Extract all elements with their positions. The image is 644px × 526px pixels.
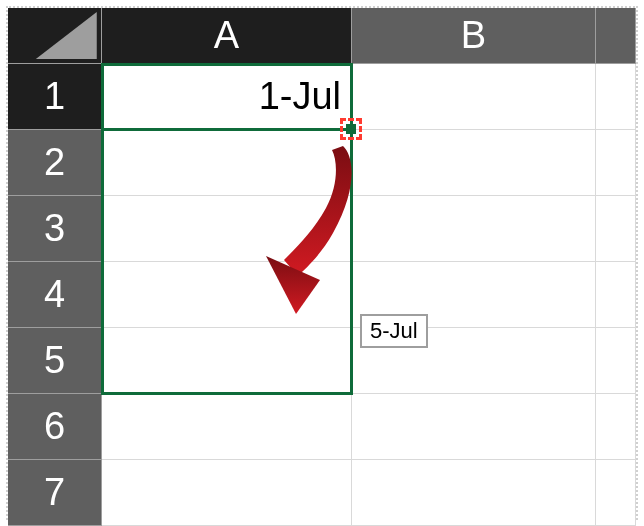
grid-row (102, 328, 636, 394)
cell-A7[interactable] (102, 460, 352, 526)
row-header-1[interactable]: 1 (8, 64, 102, 130)
cell-B1[interactable] (352, 64, 596, 130)
spreadsheet-viewport: A B 1 2 3 4 5 6 7 1-Jul (6, 6, 638, 520)
cell-C1[interactable] (596, 64, 636, 130)
row-header-label: 6 (44, 405, 65, 448)
column-header-B[interactable]: B (352, 8, 596, 64)
column-header-A[interactable]: A (102, 8, 352, 64)
cell-C2[interactable] (596, 130, 636, 196)
cell-A5[interactable] (102, 328, 352, 394)
cell-A2[interactable] (102, 130, 352, 196)
cell-C4[interactable] (596, 262, 636, 328)
select-all-corner[interactable] (8, 8, 102, 64)
column-header-C[interactable] (596, 8, 636, 64)
row-header-6[interactable]: 6 (8, 394, 102, 460)
cell-A6[interactable] (102, 394, 352, 460)
grid-row (102, 130, 636, 196)
fill-handle[interactable] (346, 124, 356, 134)
cell-C5[interactable] (596, 328, 636, 394)
row-header-label: 2 (44, 141, 65, 184)
row-header-7[interactable]: 7 (8, 460, 102, 526)
grid-row: 1-Jul (102, 64, 636, 130)
cell-value: 1-Jul (259, 75, 341, 118)
row-headers: 1 2 3 4 5 6 7 (8, 64, 102, 518)
row-header-5[interactable]: 5 (8, 328, 102, 394)
row-header-label: 1 (44, 75, 65, 118)
row-header-3[interactable]: 3 (8, 196, 102, 262)
cell-B4[interactable] (352, 262, 596, 328)
cell-B3[interactable] (352, 196, 596, 262)
cell-C7[interactable] (596, 460, 636, 526)
row-header-label: 4 (44, 273, 65, 316)
cell-B6[interactable] (352, 394, 596, 460)
cell-B5[interactable] (352, 328, 596, 394)
row-header-label: 3 (44, 207, 65, 250)
cell-C3[interactable] (596, 196, 636, 262)
row-header-label: 7 (44, 471, 65, 514)
column-header-label: B (461, 14, 486, 57)
cell-B2[interactable] (352, 130, 596, 196)
row-header-2[interactable]: 2 (8, 130, 102, 196)
cell-grid: 1-Jul (102, 64, 636, 518)
svg-marker-0 (36, 12, 97, 59)
column-headers: A B (102, 8, 636, 64)
grid-row (102, 460, 636, 526)
row-header-4[interactable]: 4 (8, 262, 102, 328)
cell-C6[interactable] (596, 394, 636, 460)
grid-row (102, 262, 636, 328)
row-header-label: 5 (44, 339, 65, 382)
select-all-triangle-icon (8, 8, 101, 63)
column-header-label: A (214, 14, 239, 57)
grid-row (102, 196, 636, 262)
cell-A4[interactable] (102, 262, 352, 328)
cell-B7[interactable] (352, 460, 596, 526)
cell-A1[interactable]: 1-Jul (102, 64, 352, 130)
cell-A3[interactable] (102, 196, 352, 262)
grid-row (102, 394, 636, 460)
